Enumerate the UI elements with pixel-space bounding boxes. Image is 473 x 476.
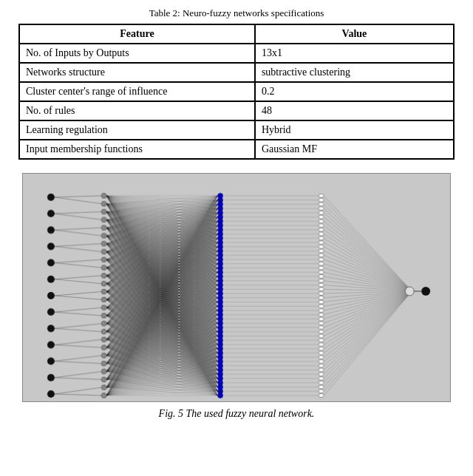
feature-cell: Cluster center's range of influence bbox=[19, 82, 255, 101]
table-row: No. of rules48 bbox=[19, 101, 454, 120]
value-cell: Gaussian MF bbox=[255, 140, 454, 159]
figure-caption: Fig. 5 The used fuzzy neural network. bbox=[159, 408, 315, 420]
figure-box: input inputMF rules outputMF output bbox=[22, 173, 451, 402]
value-cell: 48 bbox=[255, 101, 454, 120]
value-cell: 0.2 bbox=[255, 82, 454, 101]
value-cell: subtractive clustering bbox=[255, 63, 454, 82]
figure-container: input inputMF rules outputMF output Fig.… bbox=[18, 173, 455, 420]
value-cell: Hybrid bbox=[255, 120, 454, 140]
table-row: Input membership functionsGaussian MF bbox=[19, 140, 454, 159]
table-row: Cluster center's range of influence0.2 bbox=[19, 82, 454, 101]
table-row: Networks structuresubtractive clustering bbox=[19, 63, 454, 82]
feature-cell: Input membership functions bbox=[19, 140, 255, 159]
feature-header: Feature bbox=[19, 24, 255, 44]
value-header: Value bbox=[255, 24, 454, 44]
table-caption: Table 2: Neuro-fuzzy networks specificat… bbox=[149, 7, 324, 19]
feature-cell: No. of rules bbox=[19, 101, 255, 120]
feature-cell: No. of Inputs by Outputs bbox=[19, 44, 255, 63]
table-row: Learning regulationHybrid bbox=[19, 120, 454, 140]
feature-cell: Networks structure bbox=[19, 63, 255, 82]
network-canvas bbox=[23, 174, 450, 401]
specifications-table: Feature Value No. of Inputs by Outputs13… bbox=[18, 24, 455, 160]
value-cell: 13x1 bbox=[255, 44, 454, 63]
feature-cell: Learning regulation bbox=[19, 120, 255, 140]
table-row: No. of Inputs by Outputs13x1 bbox=[19, 44, 454, 63]
